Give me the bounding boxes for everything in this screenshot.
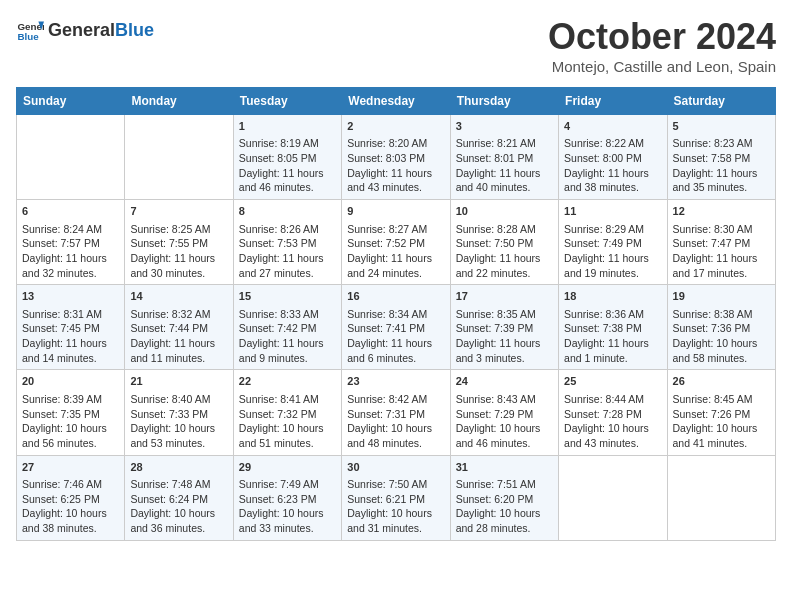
calendar-day-cell: 21Sunrise: 8:40 AM Sunset: 7:33 PM Dayli… bbox=[125, 370, 233, 455]
day-number: 26 bbox=[673, 374, 770, 389]
day-info: Sunrise: 8:43 AM Sunset: 7:29 PM Dayligh… bbox=[456, 392, 553, 451]
calendar-day-header: Tuesday bbox=[233, 88, 341, 115]
calendar-day-cell: 3Sunrise: 8:21 AM Sunset: 8:01 PM Daylig… bbox=[450, 115, 558, 200]
page-header: General Blue GeneralBlue October 2024 Mo… bbox=[16, 16, 776, 75]
day-number: 27 bbox=[22, 460, 119, 475]
svg-text:Blue: Blue bbox=[17, 31, 39, 42]
day-info: Sunrise: 8:41 AM Sunset: 7:32 PM Dayligh… bbox=[239, 392, 336, 451]
calendar-day-cell: 19Sunrise: 8:38 AM Sunset: 7:36 PM Dayli… bbox=[667, 285, 775, 370]
day-info: Sunrise: 8:21 AM Sunset: 8:01 PM Dayligh… bbox=[456, 136, 553, 195]
logo: General Blue GeneralBlue bbox=[16, 16, 154, 44]
calendar-day-header: Monday bbox=[125, 88, 233, 115]
day-info: Sunrise: 7:48 AM Sunset: 6:24 PM Dayligh… bbox=[130, 477, 227, 536]
day-info: Sunrise: 7:49 AM Sunset: 6:23 PM Dayligh… bbox=[239, 477, 336, 536]
day-info: Sunrise: 8:27 AM Sunset: 7:52 PM Dayligh… bbox=[347, 222, 444, 281]
logo-blue: Blue bbox=[115, 20, 154, 41]
calendar-day-cell: 25Sunrise: 8:44 AM Sunset: 7:28 PM Dayli… bbox=[559, 370, 667, 455]
day-info: Sunrise: 8:35 AM Sunset: 7:39 PM Dayligh… bbox=[456, 307, 553, 366]
day-info: Sunrise: 8:45 AM Sunset: 7:26 PM Dayligh… bbox=[673, 392, 770, 451]
day-info: Sunrise: 8:36 AM Sunset: 7:38 PM Dayligh… bbox=[564, 307, 661, 366]
day-info: Sunrise: 8:34 AM Sunset: 7:41 PM Dayligh… bbox=[347, 307, 444, 366]
day-info: Sunrise: 8:44 AM Sunset: 7:28 PM Dayligh… bbox=[564, 392, 661, 451]
calendar-day-header: Saturday bbox=[667, 88, 775, 115]
day-info: Sunrise: 8:30 AM Sunset: 7:47 PM Dayligh… bbox=[673, 222, 770, 281]
day-number: 9 bbox=[347, 204, 444, 219]
day-number: 30 bbox=[347, 460, 444, 475]
day-info: Sunrise: 8:19 AM Sunset: 8:05 PM Dayligh… bbox=[239, 136, 336, 195]
calendar-day-cell: 6Sunrise: 8:24 AM Sunset: 7:57 PM Daylig… bbox=[17, 200, 125, 285]
calendar-day-cell: 15Sunrise: 8:33 AM Sunset: 7:42 PM Dayli… bbox=[233, 285, 341, 370]
calendar-day-cell bbox=[125, 115, 233, 200]
day-info: Sunrise: 8:22 AM Sunset: 8:00 PM Dayligh… bbox=[564, 136, 661, 195]
day-info: Sunrise: 8:31 AM Sunset: 7:45 PM Dayligh… bbox=[22, 307, 119, 366]
day-info: Sunrise: 8:38 AM Sunset: 7:36 PM Dayligh… bbox=[673, 307, 770, 366]
calendar-day-cell: 18Sunrise: 8:36 AM Sunset: 7:38 PM Dayli… bbox=[559, 285, 667, 370]
calendar-day-cell: 11Sunrise: 8:29 AM Sunset: 7:49 PM Dayli… bbox=[559, 200, 667, 285]
day-number: 6 bbox=[22, 204, 119, 219]
calendar-day-cell: 29Sunrise: 7:49 AM Sunset: 6:23 PM Dayli… bbox=[233, 455, 341, 540]
calendar-day-cell: 31Sunrise: 7:51 AM Sunset: 6:20 PM Dayli… bbox=[450, 455, 558, 540]
day-info: Sunrise: 7:51 AM Sunset: 6:20 PM Dayligh… bbox=[456, 477, 553, 536]
calendar-week-row: 27Sunrise: 7:46 AM Sunset: 6:25 PM Dayli… bbox=[17, 455, 776, 540]
calendar-day-cell: 14Sunrise: 8:32 AM Sunset: 7:44 PM Dayli… bbox=[125, 285, 233, 370]
day-number: 29 bbox=[239, 460, 336, 475]
day-info: Sunrise: 8:39 AM Sunset: 7:35 PM Dayligh… bbox=[22, 392, 119, 451]
calendar-day-cell: 28Sunrise: 7:48 AM Sunset: 6:24 PM Dayli… bbox=[125, 455, 233, 540]
calendar-day-cell: 13Sunrise: 8:31 AM Sunset: 7:45 PM Dayli… bbox=[17, 285, 125, 370]
calendar-day-cell: 9Sunrise: 8:27 AM Sunset: 7:52 PM Daylig… bbox=[342, 200, 450, 285]
day-number: 21 bbox=[130, 374, 227, 389]
day-number: 23 bbox=[347, 374, 444, 389]
calendar-day-header: Sunday bbox=[17, 88, 125, 115]
day-number: 7 bbox=[130, 204, 227, 219]
calendar-day-cell: 23Sunrise: 8:42 AM Sunset: 7:31 PM Dayli… bbox=[342, 370, 450, 455]
calendar-day-cell bbox=[667, 455, 775, 540]
day-number: 14 bbox=[130, 289, 227, 304]
title-block: October 2024 Montejo, Castille and Leon,… bbox=[548, 16, 776, 75]
day-number: 13 bbox=[22, 289, 119, 304]
day-info: Sunrise: 8:32 AM Sunset: 7:44 PM Dayligh… bbox=[130, 307, 227, 366]
calendar-week-row: 6Sunrise: 8:24 AM Sunset: 7:57 PM Daylig… bbox=[17, 200, 776, 285]
calendar-day-cell bbox=[17, 115, 125, 200]
logo-icon: General Blue bbox=[16, 16, 44, 44]
day-info: Sunrise: 8:33 AM Sunset: 7:42 PM Dayligh… bbox=[239, 307, 336, 366]
calendar-day-cell: 16Sunrise: 8:34 AM Sunset: 7:41 PM Dayli… bbox=[342, 285, 450, 370]
day-number: 10 bbox=[456, 204, 553, 219]
day-info: Sunrise: 8:42 AM Sunset: 7:31 PM Dayligh… bbox=[347, 392, 444, 451]
day-info: Sunrise: 8:23 AM Sunset: 7:58 PM Dayligh… bbox=[673, 136, 770, 195]
day-number: 4 bbox=[564, 119, 661, 134]
day-number: 28 bbox=[130, 460, 227, 475]
day-number: 20 bbox=[22, 374, 119, 389]
calendar-day-header: Wednesday bbox=[342, 88, 450, 115]
calendar-day-cell: 24Sunrise: 8:43 AM Sunset: 7:29 PM Dayli… bbox=[450, 370, 558, 455]
month-title: October 2024 bbox=[548, 16, 776, 58]
calendar-day-cell: 12Sunrise: 8:30 AM Sunset: 7:47 PM Dayli… bbox=[667, 200, 775, 285]
day-number: 5 bbox=[673, 119, 770, 134]
calendar-day-cell: 5Sunrise: 8:23 AM Sunset: 7:58 PM Daylig… bbox=[667, 115, 775, 200]
day-number: 17 bbox=[456, 289, 553, 304]
day-number: 15 bbox=[239, 289, 336, 304]
day-number: 1 bbox=[239, 119, 336, 134]
calendar-week-row: 1Sunrise: 8:19 AM Sunset: 8:05 PM Daylig… bbox=[17, 115, 776, 200]
day-number: 16 bbox=[347, 289, 444, 304]
calendar-day-header: Thursday bbox=[450, 88, 558, 115]
calendar-day-cell: 8Sunrise: 8:26 AM Sunset: 7:53 PM Daylig… bbox=[233, 200, 341, 285]
day-number: 22 bbox=[239, 374, 336, 389]
calendar-week-row: 13Sunrise: 8:31 AM Sunset: 7:45 PM Dayli… bbox=[17, 285, 776, 370]
day-number: 24 bbox=[456, 374, 553, 389]
day-info: Sunrise: 8:24 AM Sunset: 7:57 PM Dayligh… bbox=[22, 222, 119, 281]
day-number: 19 bbox=[673, 289, 770, 304]
calendar-day-cell: 1Sunrise: 8:19 AM Sunset: 8:05 PM Daylig… bbox=[233, 115, 341, 200]
location: Montejo, Castille and Leon, Spain bbox=[548, 58, 776, 75]
calendar-day-cell: 22Sunrise: 8:41 AM Sunset: 7:32 PM Dayli… bbox=[233, 370, 341, 455]
day-info: Sunrise: 8:40 AM Sunset: 7:33 PM Dayligh… bbox=[130, 392, 227, 451]
day-number: 11 bbox=[564, 204, 661, 219]
day-number: 12 bbox=[673, 204, 770, 219]
calendar-week-row: 20Sunrise: 8:39 AM Sunset: 7:35 PM Dayli… bbox=[17, 370, 776, 455]
calendar-day-cell: 4Sunrise: 8:22 AM Sunset: 8:00 PM Daylig… bbox=[559, 115, 667, 200]
calendar-day-cell: 20Sunrise: 8:39 AM Sunset: 7:35 PM Dayli… bbox=[17, 370, 125, 455]
calendar-day-cell: 26Sunrise: 8:45 AM Sunset: 7:26 PM Dayli… bbox=[667, 370, 775, 455]
calendar-day-cell: 2Sunrise: 8:20 AM Sunset: 8:03 PM Daylig… bbox=[342, 115, 450, 200]
day-info: Sunrise: 7:46 AM Sunset: 6:25 PM Dayligh… bbox=[22, 477, 119, 536]
day-number: 8 bbox=[239, 204, 336, 219]
day-info: Sunrise: 7:50 AM Sunset: 6:21 PM Dayligh… bbox=[347, 477, 444, 536]
